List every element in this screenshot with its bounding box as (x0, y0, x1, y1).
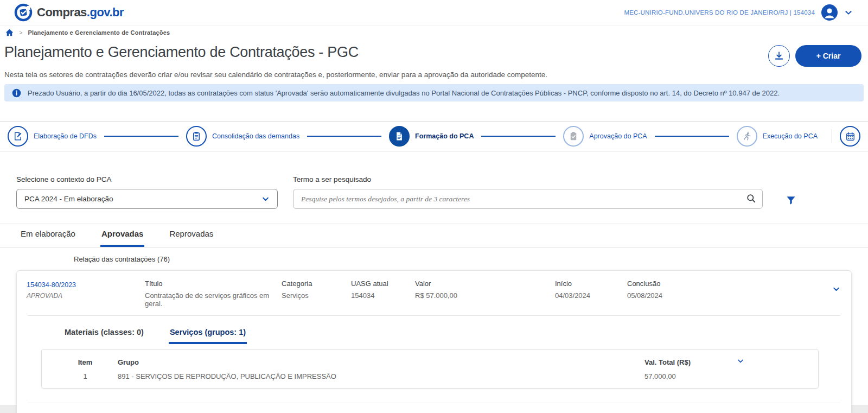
step-execucao-pca: Execução do PCA (737, 126, 818, 147)
field-value: 04/03/2024 (555, 291, 627, 300)
field-value: Serviços (282, 291, 351, 300)
field-categoria: Categoria Serviços (282, 279, 351, 300)
page-subtitle: Nesta tela os setores de contratações de… (4, 71, 864, 79)
field-label: Valor (415, 279, 555, 288)
topbar-right: MEC-UNIRIO-FUND.UNIVERS DO RIO DE JANEIR… (624, 4, 853, 21)
field-value: 154034 (351, 291, 415, 300)
breadcrumb-separator: > (19, 29, 22, 36)
context-label: Selecione o contexto do PCA (16, 175, 278, 183)
contract-summary-row: 154034-80/2023 APROVADA Título Contrataç… (17, 271, 851, 315)
cell-val-total: 57.000,00 (644, 372, 737, 380)
edit-document-icon[interactable] (8, 126, 28, 147)
step-connector (104, 136, 178, 137)
field-inicio: Início 04/03/2024 (555, 279, 627, 300)
logo-wordmark: Compras.gov.br (37, 5, 124, 20)
step-connector (307, 136, 381, 137)
contract-id-column: 154034-80/2023 APROVADA (27, 279, 145, 300)
page-title: Planejamento e Gerenciamento de Contrata… (4, 44, 359, 61)
create-button[interactable]: + Criar (795, 45, 861, 67)
main-content: Planejamento e Gerenciamento de Contrata… (0, 44, 868, 413)
field-value: R$ 57.000,00 (415, 291, 555, 300)
status-tabs: Em elaboração Aprovadas Reprovadas (0, 223, 868, 247)
step-label[interactable]: Elaboração de DFDs (34, 132, 97, 140)
items-table-row: 1 891 - SERVIÇOS DE REPRODUÇÃO, PUBLICAÇ… (42, 367, 818, 388)
step-label[interactable]: Formação do PCA (415, 132, 474, 140)
pca-stepper: Elaboração de DFDs Consolidação das dema… (0, 121, 868, 151)
header-item: Item (53, 358, 118, 366)
search-field: Termo a ser pesquisado (293, 175, 763, 209)
breadcrumb-current[interactable]: Planejamento e Gerenciamento de Contrata… (28, 29, 170, 36)
contract-count-label: Relação das contratações (76) (74, 255, 864, 263)
field-label: UASG atual (351, 279, 415, 288)
field-valor: Valor R$ 57.000,00 (415, 279, 555, 300)
org-name: MEC-UNIRIO-FUND.UNIVERS DO RIO DE JANEIR… (624, 9, 815, 16)
tab-aprovadas[interactable]: Aprovadas (100, 224, 145, 247)
top-bar: Compras.gov.br MEC-UNIRIO-FUND.UNIVERS D… (0, 0, 868, 25)
card-divider (28, 403, 840, 403)
card-divider (28, 315, 840, 316)
field-label: Início (555, 279, 627, 288)
field-conclusao: Conclusão 05/08/2024 (627, 279, 830, 300)
info-icon (12, 88, 21, 98)
step-connector (481, 136, 556, 137)
step-label[interactable]: Aprovação do PCA (589, 132, 647, 140)
step-aprovacao-pca: Aprovação do PCA (563, 126, 647, 147)
field-uasg-atual: UASG atual 154034 (351, 279, 415, 300)
tab-materiais[interactable]: Materiais (classes: 0) (63, 323, 145, 344)
calendar-button[interactable] (840, 126, 860, 147)
step-connector (655, 136, 729, 137)
breadcrumb: > Planejamento e Gerenciamento de Contra… (0, 25, 868, 40)
items-tabs: Materiais (classes: 0) Serviços (grupos:… (63, 323, 851, 344)
tab-reprovadas[interactable]: Reprovadas (168, 224, 214, 247)
cell-grupo: 891 - SERVIÇOS DE REPRODUÇÃO, PUBLICAÇÃO… (118, 372, 644, 380)
search-input[interactable] (293, 189, 763, 209)
tab-em-elaboracao[interactable]: Em elaboração (20, 224, 76, 247)
info-alert: Prezado Usuário, a partir do dia 16/05/2… (4, 84, 864, 101)
clipboard-check-icon[interactable] (563, 126, 584, 147)
step-elaboracao-dfds: Elaboração de DFDs (8, 126, 97, 147)
header-grupo: Grupo (118, 358, 644, 366)
items-table: Item Grupo Val. Total (R$) 1 891 - SERVI… (41, 349, 819, 389)
tab-servicos[interactable]: Serviços (grupos: 1) (169, 323, 247, 344)
header-val-total: Val. Total (R$) (644, 358, 737, 366)
items-table-header: Item Grupo Val. Total (R$) (42, 350, 818, 367)
select-chevron-down-icon (261, 195, 270, 203)
step-label[interactable]: Execução do PCA (763, 132, 818, 140)
context-field: Selecione o contexto do PCA PCA 2024 - E… (16, 175, 278, 209)
home-icon[interactable] (5, 29, 14, 36)
download-button[interactable] (768, 45, 790, 67)
step-label[interactable]: Consolidação das demandas (212, 132, 299, 140)
search-icon[interactable] (746, 193, 756, 204)
field-titulo: Título Contratação de de serviços gráfic… (145, 279, 282, 308)
contract-card: 154034-80/2023 APROVADA Título Contrataç… (16, 270, 852, 413)
title-row: Planejamento e Gerenciamento de Contrata… (4, 44, 864, 67)
title-actions: + Criar (768, 45, 864, 67)
search-label: Termo a ser pesquisado (293, 175, 763, 183)
pca-context-select[interactable]: PCA 2024 - Em elaboração (16, 189, 278, 209)
contract-id-link[interactable]: 154034-80/2023 (27, 281, 76, 289)
user-avatar-icon[interactable] (821, 4, 838, 21)
collapse-chevron-icon[interactable] (830, 283, 843, 295)
step-formacao-pca: Formação do PCA (389, 126, 474, 147)
table-chevron-down-icon[interactable] (737, 357, 744, 365)
field-value: 05/08/2024 (627, 291, 830, 300)
field-label: Título (145, 279, 282, 288)
compras-logo-icon (14, 3, 33, 22)
pca-context-selected-value: PCA 2024 - Em elaboração (24, 195, 113, 203)
cell-item: 1 (53, 372, 118, 380)
clipboard-icon[interactable] (186, 126, 207, 147)
stepper-end (832, 126, 860, 147)
step-consolidacao-demandas: Consolidação das demandas (186, 126, 299, 147)
account-chevron-down-icon[interactable] (844, 8, 853, 17)
field-value: Contratação de de serviços gráficos em g… (145, 291, 282, 308)
page: Compras.gov.br MEC-UNIRIO-FUND.UNIVERS D… (0, 0, 868, 405)
filter-funnel-icon[interactable] (786, 195, 796, 206)
contract-status-badge: APROVADA (27, 292, 145, 300)
filters-row: Selecione o contexto do PCA PCA 2024 - E… (16, 175, 864, 209)
runner-icon[interactable] (737, 126, 757, 147)
field-label: Conclusão (627, 279, 830, 288)
alert-text: Prezado Usuário, a partir do dia 16/05/2… (28, 89, 780, 97)
compras-govbr-logo[interactable]: Compras.gov.br (14, 3, 124, 22)
document-icon[interactable] (389, 126, 410, 147)
field-label: Categoria (282, 279, 351, 288)
